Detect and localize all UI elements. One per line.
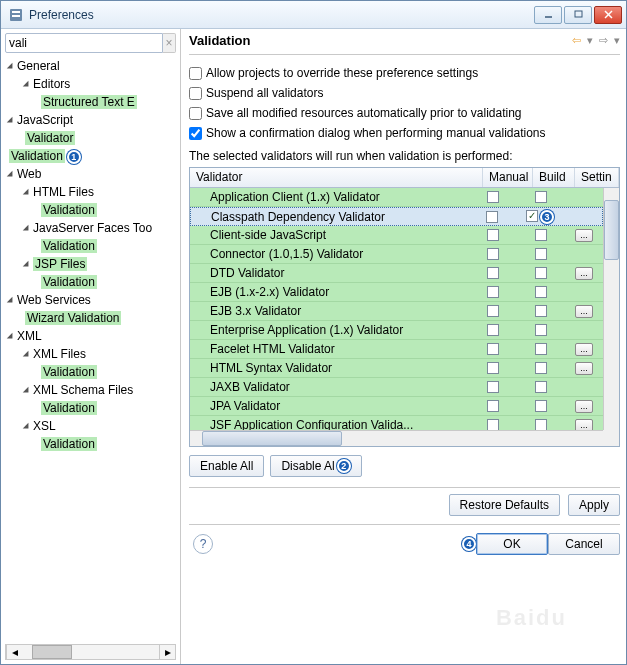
tree-node[interactable]: Web Services <box>5 291 176 309</box>
table-row[interactable]: JSF Application Configuration Valida....… <box>190 416 603 430</box>
settings-button[interactable]: ... <box>575 419 593 431</box>
col-manual[interactable]: Manual <box>483 168 533 187</box>
manual-checkbox[interactable] <box>487 324 499 336</box>
preference-tree[interactable]: GeneralEditorsStructured Text EJavaScrip… <box>5 57 176 642</box>
tree-node[interactable]: Web <box>5 165 176 183</box>
manual-checkbox[interactable] <box>487 362 499 374</box>
filter-input[interactable] <box>5 33 163 53</box>
tree-node[interactable]: XML Schema Files <box>5 381 176 399</box>
help-button[interactable]: ? <box>193 534 213 554</box>
table-row[interactable]: EJB (1.x-2.x) Validator <box>190 283 603 302</box>
table-row[interactable]: Client-side JavaScript... <box>190 226 603 245</box>
tree-node[interactable]: Validation <box>5 201 176 219</box>
table-row[interactable]: HTML Syntax Validator... <box>190 359 603 378</box>
apply-button[interactable]: Apply <box>568 494 620 516</box>
tree-node[interactable]: Structured Text E <box>5 93 176 111</box>
table-row[interactable]: DTD Validator... <box>190 264 603 283</box>
settings-button[interactable]: ... <box>575 267 593 280</box>
tree-node[interactable]: Validation <box>5 273 176 291</box>
table-row[interactable]: Connector (1.0,1.5) Validator <box>190 245 603 264</box>
table-row[interactable]: JPA Validator... <box>190 397 603 416</box>
build-checkbox[interactable] <box>535 362 547 374</box>
build-checkbox[interactable] <box>535 419 547 430</box>
manual-checkbox[interactable] <box>487 305 499 317</box>
preferences-icon <box>9 8 23 22</box>
back-icon[interactable]: ⇦ <box>572 34 581 47</box>
table-row[interactable]: JAXB Validator <box>190 378 603 397</box>
settings-button[interactable]: ... <box>575 362 593 375</box>
col-build[interactable]: Build <box>533 168 575 187</box>
table-row[interactable]: EJB 3.x Validator... <box>190 302 603 321</box>
build-checkbox[interactable] <box>535 248 547 260</box>
override-checkbox[interactable]: Allow projects to override these prefere… <box>189 63 620 83</box>
manual-checkbox[interactable] <box>487 286 499 298</box>
manual-checkbox[interactable] <box>487 229 499 241</box>
ok-button[interactable]: OK <box>476 533 548 555</box>
table-row[interactable]: Classpath Dependency Validator3 <box>190 207 603 226</box>
expand-icon <box>7 333 15 341</box>
manual-checkbox[interactable] <box>487 419 499 430</box>
build-checkbox[interactable] <box>535 305 547 317</box>
tree-node[interactable]: HTML Files <box>5 183 176 201</box>
tree-node[interactable]: JavaServer Faces Too <box>5 219 176 237</box>
tree-node[interactable]: JavaScript <box>5 111 176 129</box>
build-checkbox[interactable] <box>535 324 547 336</box>
tree-node[interactable]: Validation <box>5 399 176 417</box>
close-button[interactable] <box>594 6 622 24</box>
table-hscrollbar[interactable] <box>190 430 603 446</box>
manual-checkbox[interactable] <box>487 191 499 203</box>
build-checkbox[interactable] <box>535 400 547 412</box>
suspend-checkbox[interactable]: Suspend all validators <box>189 83 620 103</box>
enable-all-button[interactable]: Enable All <box>189 455 264 477</box>
table-vscrollbar[interactable] <box>603 188 619 430</box>
cancel-button[interactable]: Cancel <box>548 533 620 555</box>
tree-node[interactable]: Validation <box>5 237 176 255</box>
confirm-checkbox[interactable]: Show a confirmation dialog when performi… <box>189 123 620 143</box>
tree-node[interactable]: Validation <box>5 363 176 381</box>
manual-checkbox[interactable] <box>487 248 499 260</box>
clear-filter-button[interactable]: × <box>163 33 176 53</box>
build-checkbox[interactable] <box>535 343 547 355</box>
tree-node[interactable]: Validator <box>5 129 176 147</box>
tree-node[interactable]: Validation <box>5 435 176 453</box>
manual-checkbox[interactable] <box>487 267 499 279</box>
build-checkbox[interactable] <box>535 286 547 298</box>
manual-checkbox[interactable] <box>487 343 499 355</box>
minimize-button[interactable] <box>534 6 562 24</box>
build-checkbox[interactable] <box>535 381 547 393</box>
maximize-button[interactable] <box>564 6 592 24</box>
settings-button[interactable]: ... <box>575 229 593 242</box>
build-checkbox[interactable] <box>535 191 547 203</box>
tree-hscrollbar[interactable]: ◂▸ <box>5 644 176 660</box>
table-row[interactable]: Enterprise Application (1.x) Validator <box>190 321 603 340</box>
settings-button[interactable]: ... <box>575 343 593 356</box>
manual-checkbox[interactable] <box>487 400 499 412</box>
build-checkbox[interactable] <box>535 267 547 279</box>
saveall-checkbox[interactable]: Save all modified resources automaticall… <box>189 103 620 123</box>
col-validator[interactable]: Validator <box>190 168 483 187</box>
table-row[interactable]: Facelet HTML Validator... <box>190 340 603 359</box>
forward-dropdown-icon[interactable]: ▾ <box>614 34 620 47</box>
manual-checkbox[interactable] <box>486 211 498 223</box>
validator-name: JAXB Validator <box>190 380 469 394</box>
tree-node[interactable]: Editors <box>5 75 176 93</box>
build-checkbox[interactable] <box>526 210 538 222</box>
build-checkbox[interactable] <box>535 229 547 241</box>
forward-icon[interactable]: ⇨ <box>599 34 608 47</box>
tree-node[interactable]: Wizard Validation <box>5 309 176 327</box>
manual-checkbox[interactable] <box>487 381 499 393</box>
back-dropdown-icon[interactable]: ▾ <box>587 34 593 47</box>
tree-node[interactable]: XSL <box>5 417 176 435</box>
settings-button[interactable]: ... <box>575 305 593 318</box>
tree-node[interactable]: XML Files <box>5 345 176 363</box>
disable-all-button[interactable]: Disable Al2 <box>270 455 361 477</box>
table-row[interactable]: Application Client (1.x) Validator <box>190 188 603 207</box>
restore-defaults-button[interactable]: Restore Defaults <box>449 494 560 516</box>
col-settings[interactable]: Settin <box>575 168 619 187</box>
settings-button[interactable]: ... <box>575 400 593 413</box>
expand-icon <box>7 171 15 179</box>
tree-node[interactable]: Validation1 <box>5 147 176 165</box>
tree-node[interactable]: General <box>5 57 176 75</box>
tree-node[interactable]: JSP Files <box>5 255 176 273</box>
tree-node[interactable]: XML <box>5 327 176 345</box>
